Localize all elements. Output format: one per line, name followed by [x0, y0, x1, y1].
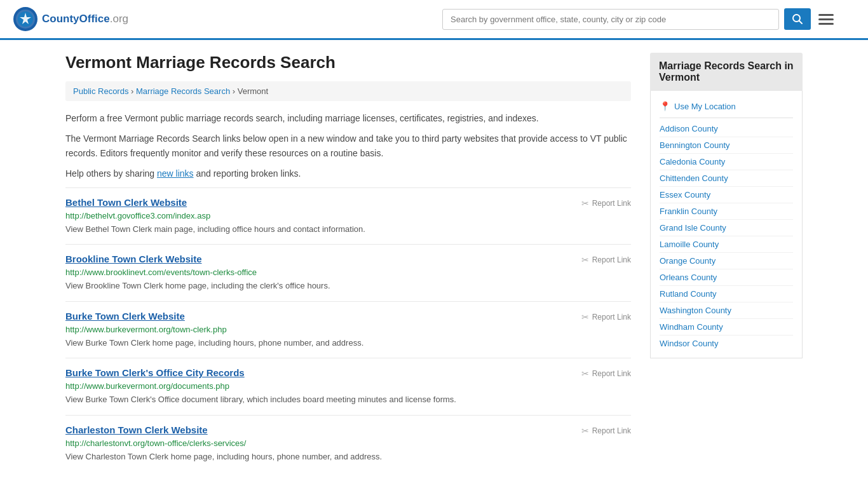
result-url-4[interactable]: http://charlestonvt.org/town-office/cler…: [65, 438, 631, 448]
county-link-chittenden-county[interactable]: Chittenden County: [660, 170, 793, 187]
county-link-addison-county[interactable]: Addison County: [660, 121, 793, 137]
desc-p2: The Vermont Marriage Records Search link…: [65, 132, 631, 160]
county-link-lamoille-county[interactable]: Lamoille County: [660, 236, 793, 253]
result-title-2: Burke Town Clerk Website: [65, 311, 185, 322]
breadcrumb-sep1: ›: [131, 86, 136, 96]
county-link-essex-county[interactable]: Essex County: [660, 187, 793, 203]
county-link-washington-county[interactable]: Washington County: [660, 302, 793, 319]
logo-icon: [13, 6, 38, 32]
result-url-3[interactable]: http://www.burkevermont.org/documents.ph…: [65, 381, 631, 391]
result-desc-1: View Brookline Town Clerk home page, inc…: [65, 280, 631, 292]
result-link-1[interactable]: Brookline Town Clerk Website: [65, 254, 201, 264]
scissors-icon-3: ✂: [581, 369, 589, 379]
search-input[interactable]: [442, 9, 779, 30]
county-link-windham-county[interactable]: Windham County: [660, 319, 793, 336]
result-desc-3: View Burke Town Clerk's Office document …: [65, 393, 631, 406]
result-url-0[interactable]: http://bethelvt.govoffice3.com/index.asp: [65, 211, 631, 220]
report-link-0[interactable]: ✂ Report Link: [581, 197, 631, 208]
result-desc-2: View Burke Town Clerk home page, includi…: [65, 337, 631, 349]
report-link-4[interactable]: ✂ Report Link: [581, 424, 631, 436]
scissors-icon-0: ✂: [581, 198, 589, 208]
breadcrumb-sep2: ›: [233, 86, 238, 96]
breadcrumb-marriage-records-search[interactable]: Marriage Records Search: [136, 86, 230, 96]
pin-icon: 📍: [660, 101, 670, 111]
result-url-1[interactable]: http://www.brooklinevt.com/events/town-c…: [65, 268, 631, 277]
result-link-3[interactable]: Burke Town Clerk's Office City Records: [65, 367, 245, 378]
breadcrumb-public-records[interactable]: Public Records: [73, 86, 128, 96]
menu-button[interactable]: [816, 9, 836, 30]
result-desc-4: View Charleston Town Clerk home page, in…: [65, 451, 631, 463]
county-link-franklin-county[interactable]: Franklin County: [660, 203, 793, 220]
county-link-caledonia-county[interactable]: Caledonia County: [660, 154, 793, 170]
page-title: Vermont Marriage Records Search: [65, 53, 631, 72]
sidebar-header: Marriage Records Search in Vermont: [650, 53, 803, 91]
scissors-icon-4: ✂: [581, 426, 589, 436]
result-url-2[interactable]: http://www.burkevermont.org/town-clerk.p…: [65, 325, 631, 334]
scissors-icon-1: ✂: [581, 255, 589, 265]
report-label-0: Report Link: [592, 199, 631, 208]
report-label-1: Report Link: [592, 255, 631, 264]
desc-p3: Help others by sharing new links and rep…: [65, 166, 631, 180]
county-link-orange-county[interactable]: Orange County: [660, 253, 793, 269]
report-label-2: Report Link: [592, 313, 631, 322]
search-icon: [792, 13, 803, 25]
county-link-rutland-county[interactable]: Rutland County: [660, 286, 793, 302]
result-item: Bethel Town Clerk Website ✂ Report Link …: [65, 187, 631, 245]
svg-line-5: [799, 21, 803, 24]
result-item: Charleston Town Clerk Website ✂ Report L…: [65, 415, 631, 472]
report-link-2[interactable]: ✂ Report Link: [581, 311, 631, 322]
county-link-orleans-county[interactable]: Orleans County: [660, 269, 793, 286]
sidebar: Marriage Records Search in Vermont 📍 Use…: [650, 53, 803, 471]
result-item: Brookline Town Clerk Website ✂ Report Li…: [65, 244, 631, 301]
scissors-icon-2: ✂: [581, 312, 589, 322]
results-list: Bethel Town Clerk Website ✂ Report Link …: [65, 187, 631, 472]
result-title-3: Burke Town Clerk's Office City Records: [65, 367, 245, 378]
result-title-0: Bethel Town Clerk Website: [65, 197, 187, 208]
logo-text: CountyOffice.org: [42, 13, 128, 25]
report-label-3: Report Link: [592, 369, 631, 378]
use-my-location[interactable]: 📍 Use My Location: [660, 97, 793, 115]
new-links-link[interactable]: new links: [157, 168, 194, 179]
result-item: Burke Town Clerk Website ✂ Report Link h…: [65, 301, 631, 358]
result-title-1: Brookline Town Clerk Website: [65, 254, 201, 264]
result-link-4[interactable]: Charleston Town Clerk Website: [65, 424, 208, 435]
desc-p1: Perform a free Vermont public marriage r…: [65, 111, 631, 125]
result-link-2[interactable]: Burke Town Clerk Website: [65, 311, 185, 322]
result-item: Burke Town Clerk's Office City Records ✂…: [65, 358, 631, 415]
breadcrumb-vermont: Vermont: [238, 86, 268, 96]
description: Perform a free Vermont public marriage r…: [65, 111, 631, 181]
report-link-1[interactable]: ✂ Report Link: [581, 254, 631, 265]
county-link-windsor-county[interactable]: Windsor County: [660, 336, 793, 351]
result-link-0[interactable]: Bethel Town Clerk Website: [65, 197, 187, 208]
result-desc-0: View Bethel Town Clerk main page, includ…: [65, 223, 631, 236]
county-link-bennington-county[interactable]: Bennington County: [660, 137, 793, 154]
county-links: Addison CountyBennington CountyCaledonia…: [660, 121, 793, 351]
report-link-3[interactable]: ✂ Report Link: [581, 367, 631, 379]
search-button[interactable]: [784, 8, 811, 30]
breadcrumb: Public Records › Marriage Records Search…: [65, 81, 631, 101]
report-label-4: Report Link: [592, 426, 631, 435]
result-title-4: Charleston Town Clerk Website: [65, 424, 208, 435]
logo[interactable]: CountyOffice.org: [13, 6, 128, 32]
county-link-grand-isle-county[interactable]: Grand Isle County: [660, 220, 793, 236]
